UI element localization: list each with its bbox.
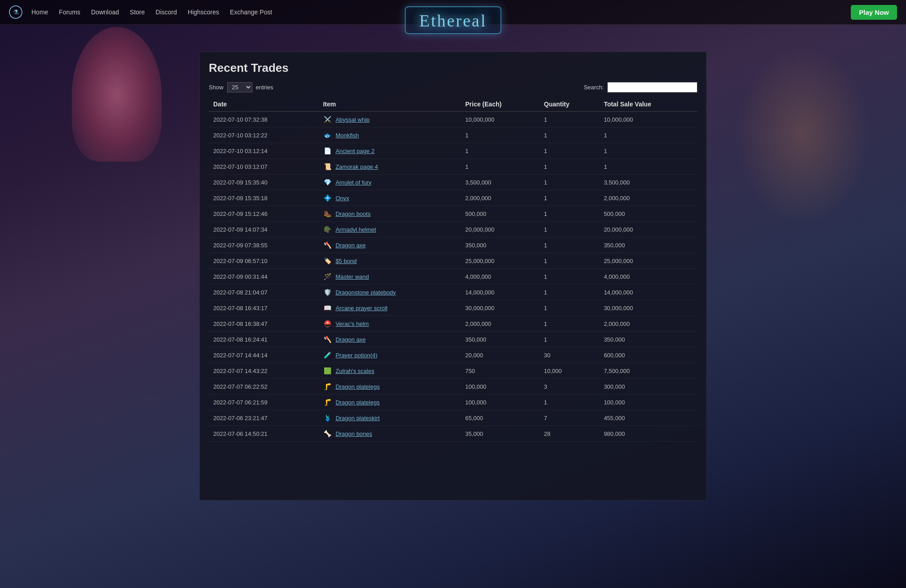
item-link[interactable]: Dragon platelegs — [335, 383, 379, 390]
table-row: 2022-07-06 14:50:21🦴Dragon bones35,00028… — [209, 426, 697, 442]
entries-select[interactable]: 25 10 50 100 — [227, 82, 252, 92]
table-row: 2022-07-09 15:35:18💠Onyx2,000,00012,000,… — [209, 190, 697, 206]
table-row: 2022-07-08 16:24:41🪓Dragon axe350,000135… — [209, 332, 697, 347]
cell-date: 2022-07-07 06:22:52 — [209, 379, 318, 395]
item-link[interactable]: Dragon boots — [335, 211, 370, 217]
cell-price: 14,000,000 — [461, 285, 539, 300]
nav-highscores[interactable]: Highscores — [188, 9, 219, 16]
item-icon: 🪓 — [323, 335, 332, 344]
item-link[interactable]: Master wand — [335, 273, 369, 280]
cell-price: 65,000 — [461, 410, 539, 426]
cell-item: 💠Onyx — [318, 190, 461, 206]
cell-total: 1 — [599, 159, 697, 175]
cell-date: 2022-07-06 23:21:47 — [209, 410, 318, 426]
item-icon: 🪄 — [323, 272, 332, 281]
show-entries: Show 25 10 50 100 entries — [209, 82, 273, 92]
cell-item: 🦵Dragon platelegs — [318, 379, 461, 395]
cell-total: 25,000,000 — [599, 253, 697, 269]
cell-date: 2022-07-08 16:24:41 — [209, 332, 318, 347]
search-box: Search: — [584, 82, 697, 92]
cell-price: 25,000,000 — [461, 253, 539, 269]
cell-qty: 1 — [540, 332, 599, 347]
cell-date: 2022-07-09 14:07:34 — [209, 222, 318, 237]
item-link[interactable]: Abyssal whip — [335, 116, 369, 123]
cell-date: 2022-07-06 14:50:21 — [209, 426, 318, 442]
cell-item: 🏷️$5 bond — [318, 253, 461, 269]
item-icon: 🏷️ — [323, 256, 332, 265]
item-icon: 🦵 — [323, 398, 332, 407]
nav-exchange-post[interactable]: Exchange Post — [230, 9, 272, 16]
item-link[interactable]: Amulet of fury — [335, 179, 371, 186]
cell-qty: 1 — [540, 112, 599, 127]
table-row: 2022-07-10 03:12:14📄Ancient page 2111 — [209, 143, 697, 159]
table-row: 2022-07-10 03:12:22🐟Monkfish111 — [209, 127, 697, 143]
cell-total: 30,000,000 — [599, 300, 697, 316]
cell-date: 2022-07-07 06:21:59 — [209, 395, 318, 410]
cell-price: 2,000,000 — [461, 316, 539, 332]
item-link[interactable]: Onyx — [335, 195, 349, 202]
cell-date: 2022-07-09 15:35:18 — [209, 190, 318, 206]
search-input[interactable] — [607, 82, 697, 92]
cell-price: 1 — [461, 159, 539, 175]
cell-qty: 1 — [540, 222, 599, 237]
item-link[interactable]: Zamorak page 4 — [335, 163, 378, 170]
nav-forums[interactable]: Forums — [59, 9, 80, 16]
item-link[interactable]: Verac's helm — [335, 320, 369, 327]
col-total: Total Sale Value — [599, 97, 697, 112]
item-link[interactable]: Monkfish — [335, 132, 359, 139]
table-row: 2022-07-06 23:21:47🩱Dragon plateskirt65,… — [209, 410, 697, 426]
cell-qty: 3 — [540, 379, 599, 395]
background-glow — [735, 45, 870, 224]
cell-price: 20,000,000 — [461, 222, 539, 237]
item-link[interactable]: Zulrah's scales — [335, 368, 374, 374]
cell-qty: 10,000 — [540, 363, 599, 379]
nav-discord[interactable]: Discord — [156, 9, 177, 16]
cell-item: 🧪Prayer potion(4) — [318, 347, 461, 363]
play-now-button[interactable]: Play Now — [851, 5, 897, 20]
cell-qty: 1 — [540, 316, 599, 332]
cell-price: 35,000 — [461, 426, 539, 442]
cell-total: 10,000,000 — [599, 112, 697, 127]
cell-total: 100,000 — [599, 395, 697, 410]
site-logo: ⚗ — [9, 5, 22, 19]
cell-date: 2022-07-10 03:12:22 — [209, 127, 318, 143]
item-icon: 📜 — [323, 162, 332, 171]
item-link[interactable]: Dragon axe — [335, 242, 365, 249]
item-link[interactable]: Dragon plateskirt — [335, 415, 379, 421]
trades-table: Date Item Price (Each) Quantity Total Sa… — [209, 97, 697, 442]
cell-item: ⛑️Verac's helm — [318, 316, 461, 332]
cell-date: 2022-07-08 16:43:17 — [209, 300, 318, 316]
item-link[interactable]: Dragon axe — [335, 336, 365, 343]
table-row: 2022-07-07 06:22:52🦵Dragon platelegs100,… — [209, 379, 697, 395]
cell-qty: 30 — [540, 347, 599, 363]
item-link[interactable]: $5 bond — [335, 258, 356, 264]
col-qty: Quantity — [540, 97, 599, 112]
cell-price: 350,000 — [461, 237, 539, 253]
cell-price: 2,000,000 — [461, 190, 539, 206]
item-link[interactable]: Arcane prayer scroll — [335, 305, 387, 312]
col-item: Item — [318, 97, 461, 112]
item-link[interactable]: Dragon bones — [335, 430, 372, 437]
nav-home[interactable]: Home — [31, 9, 48, 16]
cell-date: 2022-07-09 07:38:55 — [209, 237, 318, 253]
cell-qty: 1 — [540, 237, 599, 253]
item-link[interactable]: Prayer potion(4) — [335, 352, 377, 359]
item-link[interactable]: Armadyl helmet — [335, 226, 376, 233]
item-link[interactable]: Dragon platelegs — [335, 399, 379, 406]
nav-store[interactable]: Store — [130, 9, 145, 16]
nav-download[interactable]: Download — [91, 9, 119, 16]
cell-date: 2022-07-08 16:38:47 — [209, 316, 318, 332]
item-link[interactable]: Ancient page 2 — [335, 148, 374, 154]
cell-price: 3,500,000 — [461, 175, 539, 190]
search-label: Search: — [584, 84, 604, 91]
item-link[interactable]: Dragonstone platebody — [335, 289, 396, 296]
table-row: 2022-07-10 03:12:07📜Zamorak page 4111 — [209, 159, 697, 175]
cell-price: 500,000 — [461, 206, 539, 222]
brand-title: Ethereal — [405, 6, 501, 34]
cell-price: 350,000 — [461, 332, 539, 347]
item-icon: 🦵 — [323, 382, 332, 391]
item-icon: 🦴 — [323, 429, 332, 438]
cell-date: 2022-07-07 14:44:14 — [209, 347, 318, 363]
cell-item: 🪄Master wand — [318, 269, 461, 285]
table-row: 2022-07-07 14:44:14🧪Prayer potion(4)20,0… — [209, 347, 697, 363]
